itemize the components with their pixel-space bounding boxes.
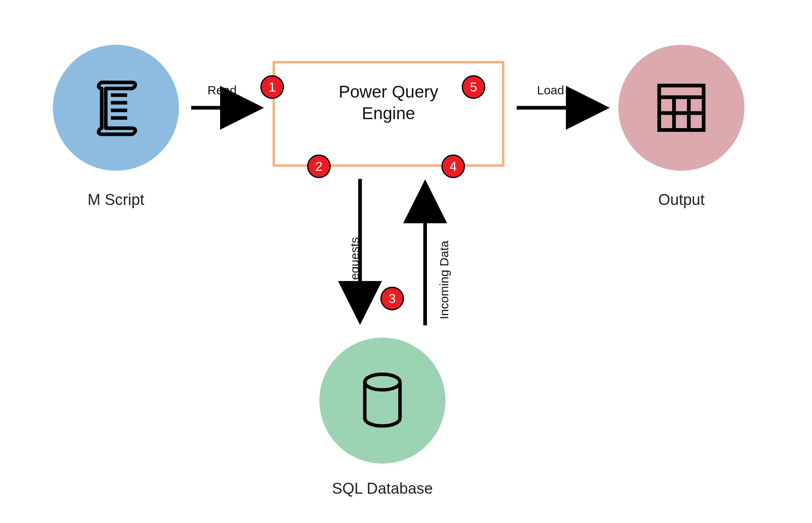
- engine-label-line2: Engine: [362, 104, 415, 123]
- edge-label-load: Load: [537, 83, 564, 97]
- badge-3: 3: [380, 287, 404, 310]
- badge-5: 5: [462, 75, 485, 99]
- badge-1: 1: [260, 75, 284, 99]
- diagram-canvas: M Script Output SQL Database Power Query…: [0, 0, 812, 523]
- m-script-label: M Script: [33, 191, 199, 209]
- database-icon: [319, 338, 445, 464]
- sql-db-label: SQL Database: [299, 480, 466, 497]
- badge-4: 4: [441, 155, 465, 178]
- output-label: Output: [618, 191, 744, 209]
- edge-label-incoming: Incoming Data: [437, 241, 451, 319]
- script-icon: [53, 45, 179, 171]
- edge-label-read: Read: [207, 83, 237, 97]
- badge-2: 2: [307, 155, 331, 178]
- table-icon: [618, 45, 744, 171]
- svg-rect-4: [659, 85, 703, 130]
- engine-label-line1: Power Query: [338, 82, 438, 101]
- svg-point-9: [365, 374, 400, 390]
- edge-label-requests: Requests: [348, 237, 362, 289]
